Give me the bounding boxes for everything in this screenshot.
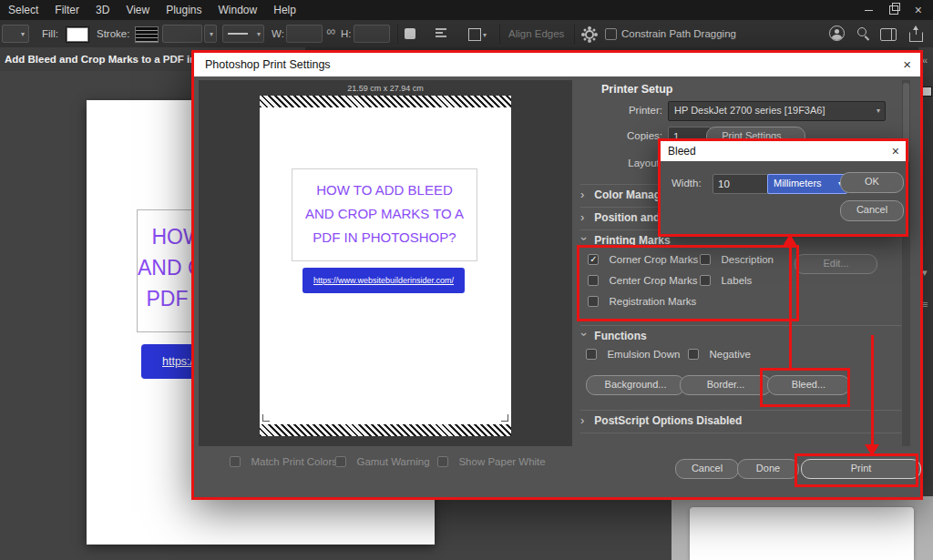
checkbox-unchecked (588, 296, 599, 307)
checkbox-unchecked (700, 275, 711, 286)
checkbox-unchecked (437, 456, 448, 467)
menu-item-window[interactable]: Window (210, 0, 266, 20)
restore-icon[interactable] (889, 5, 898, 15)
divider (580, 410, 901, 411)
border-button[interactable]: Border... (680, 375, 772, 395)
bleed-hatch-bottom (260, 424, 511, 436)
section-printing-marks[interactable]: › Printing Marks (580, 234, 671, 247)
link-dimensions-icon[interactable]: ∞ (326, 25, 335, 37)
menu-item-select[interactable]: Select (0, 0, 46, 20)
checkbox-label: Center Crop Marks (609, 275, 697, 286)
bleed-units-select[interactable]: Millimeters ▾ (767, 174, 847, 194)
chevron-down-icon: › (579, 237, 590, 248)
cancel-button[interactable]: Cancel (675, 459, 739, 479)
checkbox-emulsion-down[interactable]: Emulsion Down (586, 349, 680, 361)
tool-preset-picker[interactable]: ▾ (2, 25, 29, 43)
bleed-width-label: Width: (672, 177, 702, 189)
menu-item-view[interactable]: View (118, 0, 158, 20)
background-button[interactable]: Background... (586, 375, 685, 395)
checkbox-checked: ✓ (588, 254, 599, 265)
workspace-panels-icon[interactable] (880, 28, 897, 41)
menu-item-3d[interactable]: 3D (87, 0, 118, 20)
checkbox-label: Corner Crop Marks (609, 254, 698, 265)
gear-icon[interactable] (585, 30, 594, 39)
section-functions[interactable]: › Functions (580, 330, 647, 342)
layout-label: Layout: (608, 157, 662, 169)
separator (574, 24, 575, 44)
checkbox-unchecked (586, 349, 597, 360)
chevron-down-icon: ▾ (257, 31, 261, 38)
printer-label: Printer: (608, 104, 662, 117)
shape-width-input[interactable] (286, 25, 323, 43)
section-label: Functions (594, 330, 646, 342)
chevron-down-icon: › (579, 332, 590, 343)
bleed-cancel-button[interactable]: Cancel (840, 200, 904, 221)
preview-heading-line: HOW TO ADD BLEED (292, 178, 477, 202)
edit-marks-button[interactable]: Edit... (795, 254, 877, 274)
section-color-management[interactable]: › Color Manag (580, 188, 661, 201)
checkbox-label: Registration Marks (609, 296, 696, 307)
chevron-down-icon: ▾ (21, 31, 25, 38)
share-icon[interactable] (909, 32, 923, 42)
close-window-icon[interactable]: × (915, 0, 922, 20)
checkbox-labels[interactable]: Labels (700, 275, 752, 288)
path-operations-icon[interactable] (468, 28, 481, 41)
checkbox-negative[interactable]: Negative (688, 349, 751, 361)
menu-item-plugins[interactable]: Plugins (158, 0, 210, 20)
crop-mark-icon (501, 414, 508, 422)
constrain-path-dragging-checkbox[interactable] (605, 28, 617, 40)
checkbox-unchecked (688, 349, 699, 360)
bleed-dialog-body: Width: Millimeters ▾ OK Cancel (661, 161, 906, 234)
stroke-width-dropdown[interactable]: ▾ (204, 25, 217, 43)
minimize-icon[interactable] (865, 10, 873, 11)
printer-select[interactable]: HP DeskJet 2700 series [19F3A6] ▾ (668, 101, 886, 121)
chevron-right-icon: › (580, 414, 591, 426)
constrain-path-dragging-label: Constrain Path Dragging (621, 28, 736, 40)
checkbox-description[interactable]: Description (700, 254, 774, 267)
preview-heading-line: PDF IN PHOTOSHOP? (292, 226, 477, 249)
dialog-titlebar[interactable]: Photoshop Print Settings × (194, 53, 920, 76)
checkbox-label: Gamut Warning (356, 456, 429, 467)
bleed-button[interactable]: Bleed... (767, 375, 850, 395)
fill-swatch[interactable] (66, 26, 89, 43)
menu-item-filter[interactable]: Filter (46, 0, 87, 20)
checkbox-unchecked (588, 275, 599, 286)
bleed-units-value: Millimeters (774, 178, 822, 188)
checkbox-unchecked (335, 456, 346, 467)
color-swatch-icon[interactable] (922, 87, 932, 97)
printer-select-value: HP DeskJet 2700 series [19F3A6] (674, 105, 825, 116)
account-icon[interactable] (829, 25, 845, 41)
bleed-dialog-titlebar[interactable]: Bleed × (661, 141, 906, 161)
shape-height-input[interactable] (354, 25, 390, 43)
checkbox-corner-crop-marks[interactable]: ✓ Corner Crop Marks (588, 254, 698, 267)
window-controls: × (865, 0, 933, 20)
menu-item-help[interactable]: Help (265, 0, 304, 20)
section-label: Color Manag (594, 188, 661, 201)
close-icon[interactable]: × (903, 53, 911, 76)
fill-label: Fill: (42, 28, 58, 40)
checkbox-center-crop-marks[interactable]: Center Crop Marks (588, 275, 698, 288)
stroke-style-dropdown[interactable]: ▾ (222, 25, 264, 43)
settings-scrollbar[interactable] (902, 80, 910, 446)
section-position-size[interactable]: › Position and (580, 211, 660, 224)
stroke-width-input[interactable] (162, 25, 202, 43)
print-button[interactable]: Print (801, 459, 921, 479)
checkbox-registration-marks[interactable]: Registration Marks (588, 296, 696, 309)
checkbox-gamut-warning[interactable]: Gamut Warning (335, 456, 430, 469)
checkbox-show-paper-white[interactable]: Show Paper White (437, 456, 546, 469)
search-icon[interactable] (856, 26, 870, 40)
section-postscript[interactable]: › PostScript Options Disabled (580, 414, 742, 427)
align-edges-label: Align Edges (508, 28, 564, 40)
checkbox-match-print-colors[interactable]: Match Print Colors (230, 456, 337, 469)
shape-mode-icon[interactable] (405, 28, 415, 39)
bleed-width-input[interactable] (713, 174, 774, 194)
path-alignment-icon[interactable] (436, 28, 446, 37)
divider (580, 325, 901, 326)
options-bar: ▾ Fill: Stroke: ▾ ▾ W: ∞ H: ▾ Align Edge… (0, 20, 933, 48)
bleed-ok-button[interactable]: OK (840, 172, 904, 193)
stroke-swatch[interactable] (135, 26, 159, 43)
done-button[interactable]: Done (737, 459, 799, 479)
checkbox-label: Description (721, 254, 774, 265)
close-icon[interactable]: × (892, 141, 899, 161)
print-settings-dialog: Photoshop Print Settings × 21.59 cm x 27… (191, 50, 923, 500)
